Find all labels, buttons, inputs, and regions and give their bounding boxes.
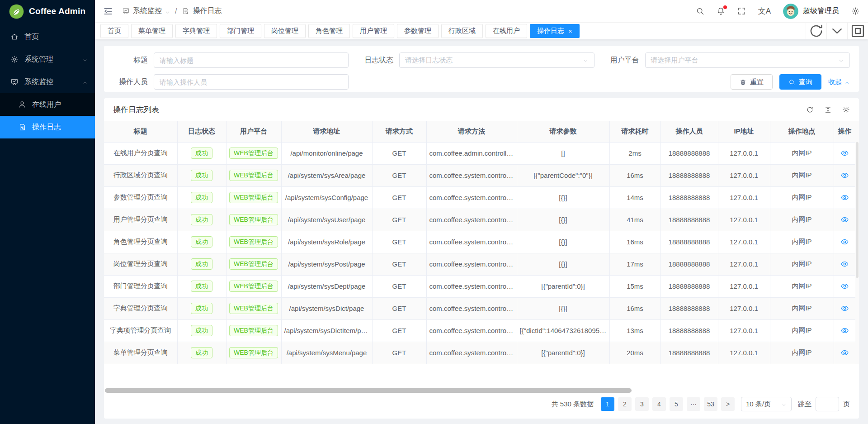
tab-options-chevron-icon[interactable] <box>826 23 847 39</box>
translate-icon[interactable]: 文A <box>758 6 771 16</box>
tab-4[interactable]: 部门管理 <box>220 24 261 38</box>
user-menu[interactable]: 超级管理员 <box>783 4 839 19</box>
trash-icon <box>740 79 746 86</box>
view-detail-button[interactable] <box>840 304 849 313</box>
cell-handler: com.coffee.system.controlle... <box>426 297 517 319</box>
operator-label: 操作人员 <box>113 77 154 87</box>
filter-field-platform: 用户平台 请选择用户平台 <box>604 52 850 68</box>
cell-ip: 127.0.0.1 <box>718 342 770 364</box>
row-density-icon[interactable] <box>824 106 832 114</box>
table-row-7: 部门管理分页查询成功WEB管理后台/api/system/sysDept/pag… <box>104 275 855 297</box>
view-detail-button[interactable] <box>840 238 849 246</box>
tab-2[interactable]: 菜单管理 <box>131 24 173 38</box>
tab-9[interactable]: 行政区域 <box>441 24 483 38</box>
page-size-select[interactable]: 10 条/页 <box>741 397 792 411</box>
cell-operator: 18888888888 <box>660 253 718 275</box>
sidebar-fold-icon[interactable] <box>103 6 113 16</box>
cell-method: GET <box>372 253 426 275</box>
refresh-icon <box>806 23 826 39</box>
column-header-10: IP地址 <box>718 121 770 142</box>
status-select[interactable]: 请选择日志状态 <box>399 52 594 68</box>
sidebar-item-1[interactable]: 首页 <box>0 25 95 48</box>
search-button[interactable]: 查询 <box>779 74 821 90</box>
cell-title: 字典管理分页查询 <box>104 297 177 319</box>
page-button-1[interactable]: 1 <box>601 397 614 411</box>
refresh-tab-icon[interactable] <box>806 23 826 39</box>
cell-status: 成功 <box>177 142 226 164</box>
tab-3[interactable]: 字典管理 <box>175 24 217 38</box>
sidebar-subitem-1[interactable]: 在线用户 <box>0 93 95 116</box>
cell-platform: WEB管理后台 <box>226 297 281 319</box>
tab-6[interactable]: 角色管理 <box>308 24 350 38</box>
cell-location: 内网IP <box>770 275 834 297</box>
tab-1[interactable]: 首页 <box>100 24 128 38</box>
table-row-1: 在线用户分页查询成功WEB管理后台/api/monitor/online/pag… <box>104 142 855 164</box>
column-header-9: 操作人员 <box>660 121 718 142</box>
breadcrumb-item-1[interactable]: 系统监控 <box>122 6 170 16</box>
page-button-2[interactable]: 2 <box>618 397 632 411</box>
cell-params: [{}] <box>517 297 609 319</box>
log-icon <box>182 7 189 15</box>
settings-gear-icon[interactable] <box>851 7 860 15</box>
breadcrumb-item-2[interactable]: 操作日志 <box>182 6 222 16</box>
view-detail-button[interactable] <box>840 215 849 224</box>
tab-label: 部门管理 <box>227 27 254 35</box>
title-input[interactable] <box>154 52 349 68</box>
view-detail-button[interactable] <box>840 326 849 335</box>
app-logo[interactable]: Coffee Admin <box>0 0 95 23</box>
view-detail-button[interactable] <box>840 171 849 180</box>
refresh-table-icon[interactable] <box>806 106 814 114</box>
fullscreen-icon[interactable] <box>737 7 746 15</box>
page-button-5[interactable]: 5 <box>670 397 683 411</box>
tab-10[interactable]: 在线用户 <box>486 24 527 38</box>
cell-status: 成功 <box>177 319 226 342</box>
platform-select[interactable]: 请选择用户平台 <box>645 52 850 68</box>
cell-platform: WEB管理后台 <box>226 319 281 342</box>
view-detail-button[interactable] <box>840 193 849 202</box>
reset-button[interactable]: 重置 <box>731 74 773 90</box>
search-icon[interactable] <box>696 7 704 15</box>
close-icon[interactable]: × <box>568 28 572 34</box>
column-settings-gear-icon[interactable] <box>842 106 850 114</box>
cell-time: 41ms <box>609 209 660 231</box>
leaf-logo-icon <box>9 4 24 19</box>
notification-bell[interactable] <box>717 7 725 15</box>
view-detail-button[interactable] <box>840 149 849 157</box>
page-button-3[interactable]: 3 <box>635 397 649 411</box>
view-detail-button[interactable] <box>840 260 849 268</box>
sidebar-item-3[interactable]: 系统监控 <box>0 71 95 93</box>
platform-select-placeholder: 请选择用户平台 <box>651 56 698 65</box>
view-detail-button[interactable] <box>840 282 849 291</box>
cell-status: 成功 <box>177 231 226 253</box>
cell-location: 内网IP <box>770 231 834 253</box>
status-badge: 成功 <box>191 192 212 203</box>
tab-11[interactable]: 操作日志× <box>530 24 580 38</box>
sidebar-item-2[interactable]: 系统管理 <box>0 48 95 71</box>
collapse-link[interactable]: 收起 <box>828 78 850 86</box>
tab-5[interactable]: 岗位管理 <box>264 24 306 38</box>
maximize-view-icon[interactable] <box>847 23 868 39</box>
page-button-4[interactable]: 4 <box>652 397 666 411</box>
tab-label: 操作日志 <box>537 27 564 35</box>
jump-page-input[interactable] <box>816 397 839 411</box>
pagination-ellipsis[interactable]: ··· <box>687 397 700 411</box>
tab-7[interactable]: 用户管理 <box>353 24 394 38</box>
sidebar-subitem-2[interactable]: 操作日志 <box>0 116 95 138</box>
trash-icon <box>740 79 746 86</box>
page-button-53[interactable]: 53 <box>704 397 717 411</box>
log-icon <box>18 123 26 131</box>
next-page-button[interactable]: > <box>721 397 735 411</box>
horizontal-scrollbar-thumb[interactable] <box>105 388 632 393</box>
platform-badge: WEB管理后台 <box>229 325 278 336</box>
status-badge: 成功 <box>191 236 212 248</box>
chevron-down-icon <box>165 10 170 15</box>
operator-input[interactable] <box>154 74 349 90</box>
platform-badge: WEB管理后台 <box>229 347 278 358</box>
view-detail-button[interactable] <box>840 348 849 357</box>
cell-platform: WEB管理后台 <box>226 164 281 186</box>
status-badge: 成功 <box>191 347 212 358</box>
tab-8[interactable]: 参数管理 <box>397 24 439 38</box>
vertical-scrollbar-thumb[interactable] <box>856 142 859 278</box>
table-title: 操作日志列表 <box>113 105 159 115</box>
sidebar-menu: 首页系统管理系统监控在线用户操作日志 <box>0 25 95 138</box>
